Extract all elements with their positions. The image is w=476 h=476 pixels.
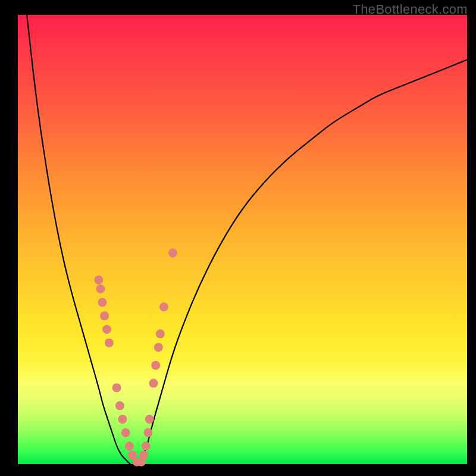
scatter-dots — [94, 249, 177, 466]
scatter-dot — [115, 401, 124, 410]
scatter-dot — [139, 450, 148, 459]
scatter-dot — [118, 415, 127, 424]
scatter-dot — [98, 298, 107, 307]
scatter-dot — [125, 441, 134, 450]
scatter-dot — [151, 361, 160, 369]
curve-left-branch — [27, 15, 130, 464]
scatter-dot — [168, 249, 177, 258]
scatter-dot — [143, 428, 152, 437]
scatter-dot — [121, 428, 130, 437]
scatter-dot — [156, 330, 165, 339]
scatter-dot — [105, 339, 114, 347]
scatter-dot — [112, 383, 121, 392]
plot-area — [18, 15, 467, 464]
chart-frame: TheBottleneck.com — [0, 0, 476, 476]
scatter-dot — [102, 325, 111, 334]
scatter-dot — [145, 415, 154, 424]
scatter-dot — [142, 441, 151, 450]
scatter-dot — [94, 275, 103, 284]
scatter-dot — [96, 284, 105, 293]
scatter-dot — [154, 343, 163, 352]
scatter-dot — [149, 379, 158, 388]
curve-right-branch — [139, 60, 467, 465]
watermark-text: TheBottleneck.com — [353, 2, 468, 17]
scatter-dot — [100, 311, 109, 320]
scatter-dot — [159, 302, 168, 311]
curves-svg — [18, 15, 467, 464]
bottleneck-curve — [27, 15, 467, 464]
